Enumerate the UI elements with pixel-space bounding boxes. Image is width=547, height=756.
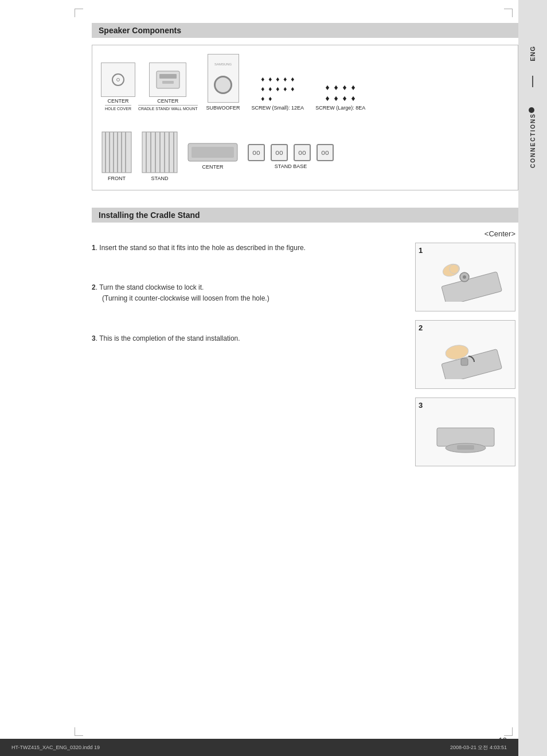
svg-text:oo: oo [252,149,260,157]
speaker-section-header: Speaker Components [92,23,518,38]
screw-l: ♦ [333,83,339,92]
screw: ♦ [290,75,295,83]
step-1-image: 1 [415,243,515,311]
step-2-number: 2 [92,283,96,291]
stand-speaker-item: STAND [141,131,178,181]
screw-small-label: SCREW (Small): 12EA [252,105,304,111]
step-3-badge: 3 [419,401,423,410]
cradle-center-label: CENTER [157,98,178,104]
subwoofer-box: SAMSUNG [208,54,239,103]
cradle-box [149,63,186,97]
screw-l: ♦ [350,93,357,103]
subwoofer-circle [214,76,232,94]
screw: ♦ [275,85,280,93]
front-speaker-icon [101,131,132,174]
speaker-section-title: Speaker Components [99,26,181,35]
connections-label: CONNECTIONS [530,113,536,168]
step-1-content: Insert the stand so that it fits into th… [99,244,306,252]
hole-cover-box [101,63,135,97]
screw-small-grid: ♦ ♦ ♦ ♦ ♦ ♦ ♦ ♦ ♦ ♦ ♦ ♦ [260,75,295,103]
svg-text:oo: oo [321,149,329,157]
hole-cover-circle [112,73,124,86]
subwoofer-brand: SAMSUNG [214,63,232,66]
screw: ♦ [282,85,288,93]
connections-section: CONNECTIONS [529,107,537,168]
svg-rect-3 [102,132,131,173]
step-3-text: 3. This is the completion of the stand i… [92,333,404,344]
svg-text:oo: oo [298,149,306,157]
center-bottom-label: CENTER [202,164,223,170]
screw: ♦ [260,85,265,93]
page: Speaker Components CENTER HOLE COVER [0,0,547,756]
cradle-sub-label: CRADLE STAND/ WALL MOUNT [138,105,198,111]
screw: ♦ [267,95,273,103]
front-label: FRONT [108,176,126,181]
step-1: 1. Insert the stand so that it fits into… [92,243,404,254]
corner-mark-br [504,727,513,736]
footer: HT-TWZ415_XAC_ENG_0320.indd 19 2008-03-2… [0,739,518,756]
step-3-image: 3 [415,398,515,466]
eng-label: ENG [529,46,536,61]
screw: ♦ [260,95,265,103]
stand-label: STAND [151,176,169,181]
instructions-text: 1. Insert the stand so that it fits into… [92,243,404,466]
screw: ♦ [267,75,273,83]
svg-point-30 [450,264,459,274]
svg-rect-19 [192,147,234,158]
stand-speaker-icon [141,131,178,174]
screw-l: ♦ [341,93,348,103]
cradle-stand-item: CENTER CRADLE STAND/ WALL MOUNT [138,63,198,111]
right-sidebar: ENG CONNECTIONS [518,0,547,756]
step-2-illustration [425,330,506,379]
step-2-text: 2. Turn the stand clockwise to lock it. … [92,282,404,304]
front-speaker-item: FRONT [101,131,132,181]
screw-large-grid: ♦ ♦ ♦ ♦ ♦ ♦ ♦ ♦ [324,83,357,103]
step-3-number: 3 [92,334,96,342]
screw-large-item: ♦ ♦ ♦ ♦ ♦ ♦ ♦ ♦ SCREW (Large): 8EA [315,83,365,111]
center-label-text: <Center> [485,229,515,238]
cradle-icon [154,68,182,91]
instructions-layout: 1. Insert the stand so that it fits into… [92,243,518,466]
screw: ♦ [260,75,265,83]
screw: ♦ [290,85,295,93]
installing-section-header: Installing the Cradle Stand [92,208,518,223]
corner-mark-tl [75,9,83,17]
stand-base-pieces: oo oo oo oo [247,143,334,162]
step-1-illustration [425,253,506,302]
hole-cover-inner [116,78,120,81]
screw: ♦ [275,75,280,83]
screw-l: ♦ [333,93,339,103]
svg-rect-1 [159,74,177,79]
hole-cover-label: HOLE COVER [105,105,131,111]
screw: ♦ [267,85,273,93]
images-column: 1 2 [415,243,518,466]
subwoofer-item: SAMSUNG SUBWOOFER [206,54,240,111]
screw-small-item: ♦ ♦ ♦ ♦ ♦ ♦ ♦ ♦ ♦ ♦ ♦ ♦ SCREW (Small): 1… [252,75,304,111]
center-label: <Center> [92,229,515,238]
footer-left: HT-TWZ415_XAC_ENG_0320.indd 19 [11,745,100,750]
stand-base-piece-1: oo [247,143,265,162]
corner-mark-bl [75,727,83,736]
step-2-main: Turn the stand clockwise to lock it. [99,283,204,291]
svg-point-32 [463,275,466,279]
diagram-top-row: CENTER HOLE COVER CENTER CRADLE STAND/ W… [101,54,365,114]
step-2-image: 2 [415,320,515,389]
svg-rect-35 [461,358,468,365]
step-3-content: This is the completion of the stand inst… [99,334,240,342]
stand-base-label: STAND BASE [275,163,307,169]
installing-section-title: Installing the Cradle Stand [99,211,200,220]
screw-l: ♦ [341,83,348,92]
step-2-subtext: (Turning it counter-clockwise will loose… [92,294,269,302]
step-1-number: 1 [92,244,96,252]
center-speaker-icon [187,142,239,162]
installing-section: Installing the Cradle Stand <Center> 1. … [92,208,518,466]
step-1-badge: 1 [419,246,423,255]
screw-large-label: SCREW (Large): 8EA [315,105,365,111]
speaker-section: Speaker Components CENTER HOLE COVER [92,23,518,190]
screw-l: ♦ [324,83,331,92]
hole-cover-item: CENTER HOLE COVER [101,63,135,111]
footer-right: 2008-03-21 오전 4:03:51 [450,744,507,751]
svg-rect-2 [162,81,174,84]
step-3: 3. This is the completion of the stand i… [92,333,404,344]
screw-l: ♦ [324,93,331,103]
